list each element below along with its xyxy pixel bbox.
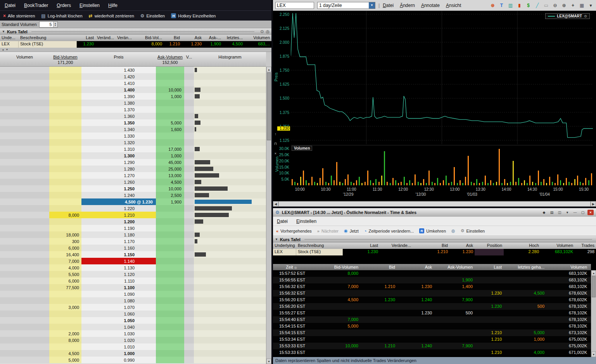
close-button[interactable]: × xyxy=(587,210,594,215)
legend-settings-icon[interactable]: ⚙ xyxy=(584,14,587,18)
col-verän[interactable]: Verän... xyxy=(115,35,133,41)
bid-volume-cell[interactable] xyxy=(49,93,81,100)
price-cell[interactable]: 1.380 xyxy=(81,100,156,106)
bid-volume-cell[interactable] xyxy=(49,166,81,172)
scroll-up-icon[interactable]: ▲ xyxy=(591,270,596,276)
ask-volume-cell[interactable] xyxy=(156,330,184,337)
ask-volume-cell[interactable] xyxy=(156,284,184,291)
price-cell[interactable]: 4,500 @ 1.230 xyxy=(81,198,156,205)
bid-volume-cell[interactable]: 5,500 xyxy=(49,271,81,278)
gear-icon[interactable]: ⚙ xyxy=(275,210,280,215)
price-cell[interactable]: 1.060 xyxy=(81,311,156,317)
scroll-down-icon[interactable]: ▼ xyxy=(591,352,596,357)
bid-volume-cell[interactable]: 4,000 xyxy=(49,264,81,271)
col-bid-vol[interactable]: Bid-Vol... xyxy=(133,35,164,41)
price-cell[interactable]: 1.250 xyxy=(81,185,156,192)
scroll-right-icon[interactable]: ▶ xyxy=(591,201,596,207)
bid-volume-cell[interactable] xyxy=(49,126,81,133)
ask-volume-cell[interactable] xyxy=(156,350,184,357)
ask-volume-cell[interactable] xyxy=(156,343,184,350)
toolbar-wiederholt-zentrieren[interactable]: ⇄wiederholt zentrieren xyxy=(89,14,134,18)
options-icon[interactable]: ◎ xyxy=(266,29,269,34)
price-cell[interactable]: 1.040 xyxy=(81,324,156,330)
bid-volume-cell[interactable] xyxy=(49,343,81,350)
tns-col-volumen[interactable]: Volumen xyxy=(548,264,591,270)
ladder-col-histogramm[interactable]: Histogramm xyxy=(194,55,266,59)
price-cell[interactable]: 1.340 xyxy=(81,126,156,133)
ask-volume-cell[interactable] xyxy=(156,212,184,218)
price-cell[interactable]: 1.140 xyxy=(81,258,156,264)
ask-volume-cell[interactable] xyxy=(156,304,184,311)
chart-hscrollbar[interactable]: ◀ ▶ xyxy=(273,201,596,207)
tns-toolbar-zeitperiode-verändern[interactable]: ◔Zeitperiode verändern... xyxy=(364,229,414,233)
ask-volume-cell[interactable]: 1,000 xyxy=(156,93,184,100)
toolbar-log-inhalt-löschen[interactable]: ▤Log-Inhalt löschen xyxy=(41,14,82,18)
tns-col-letztes-geha[interactable]: letztes geha... xyxy=(506,264,548,270)
tns-toolbar-umkehren[interactable]: RUmkehren xyxy=(419,228,446,233)
bid-volume-cell[interactable]: 6,000 xyxy=(49,278,81,284)
kurs-tafel-header[interactable]: ▼ Kurs Tafel ⊙◎ xyxy=(0,28,271,35)
tns-col-bid[interactable]: Bid xyxy=(362,264,399,270)
price-cell[interactable]: 1.110 xyxy=(81,278,156,284)
panel-splitter[interactable]: ▲ ▼ xyxy=(0,48,271,52)
price-cell[interactable]: 1.390 xyxy=(81,93,156,100)
bid-volume-cell[interactable]: 7,000 xyxy=(49,258,81,264)
price-cell[interactable]: 1.070 xyxy=(81,304,156,311)
eraser-icon[interactable]: ▭ xyxy=(543,2,549,9)
crosshair-icon[interactable]: ⊕ xyxy=(490,2,496,9)
minimize-button[interactable]: — xyxy=(572,210,578,215)
col-bid[interactable]: Bid xyxy=(413,243,449,249)
bid-volume-cell[interactable] xyxy=(49,67,81,73)
bid-volume-cell[interactable] xyxy=(49,113,81,119)
col-trades[interactable]: Trades xyxy=(575,243,596,249)
price-cell[interactable]: 1.350 xyxy=(81,119,156,126)
bid-volume-cell[interactable]: 3,000 xyxy=(49,304,81,311)
ask-volume-cell[interactable] xyxy=(156,100,184,106)
kurs-tafel-header[interactable]: ▼ Kurs Tafel xyxy=(273,236,596,243)
price-cell[interactable]: 1.080 xyxy=(81,297,156,304)
collapse-caret-icon[interactable]: ▼ xyxy=(2,30,5,33)
bid-volume-cell[interactable] xyxy=(49,106,81,113)
ask-volume-cell[interactable]: 13,000 xyxy=(156,172,184,179)
bid-volume-cell[interactable] xyxy=(49,172,81,179)
col-veränd[interactable]: Veränd... xyxy=(95,35,115,41)
tns-toolbar-vorhergehendes[interactable]: «Vorhergehendes xyxy=(276,229,312,233)
bid-volume-cell[interactable] xyxy=(49,185,81,192)
ask-volume-cell[interactable]: 17,000 xyxy=(156,146,184,152)
export-icon[interactable]: ◫ xyxy=(556,210,563,215)
bid-volume-cell[interactable] xyxy=(49,119,81,126)
bid-volume-cell[interactable] xyxy=(49,159,81,166)
more-dropdown-icon[interactable]: ▾ xyxy=(588,2,594,9)
price-cell[interactable]: 1.190 xyxy=(81,225,156,231)
price-cell[interactable]: 1.220 xyxy=(81,205,156,212)
bid-volume-cell[interactable] xyxy=(49,100,81,106)
ask-volume-cell[interactable] xyxy=(156,245,184,251)
scroll-up-icon[interactable]: ▲ xyxy=(266,67,271,72)
price-cell[interactable]: 1.170 xyxy=(81,238,156,245)
col-unde[interactable]: Unde... xyxy=(0,35,19,41)
tns-toolbar-nächster[interactable]: »Nächster xyxy=(317,229,339,233)
price-cell[interactable]: 1.210 xyxy=(81,212,156,218)
ask-volume-cell[interactable] xyxy=(156,73,184,80)
price-cell[interactable]: 1.050 xyxy=(81,317,156,324)
bid-volume-cell[interactable] xyxy=(49,311,81,317)
ask-volume-cell[interactable] xyxy=(156,205,184,212)
scrollbar-thumb[interactable] xyxy=(592,276,596,297)
bid-volume-cell[interactable] xyxy=(49,192,81,198)
tns-toolbar-globe[interactable]: ◍ xyxy=(451,228,455,233)
col-ask[interactable]: Ask xyxy=(181,35,203,41)
price-cell[interactable]: 1.270 xyxy=(81,172,156,179)
tns-toolbar-einstellen[interactable]: ⚙Einstellen xyxy=(461,228,485,233)
collapse-caret-icon[interactable]: ▼ xyxy=(275,238,278,241)
menu-hilfe[interactable]: Hilfe xyxy=(108,3,117,8)
tns-col-ask[interactable]: Ask xyxy=(399,264,436,270)
bid-volume-cell[interactable] xyxy=(49,291,81,297)
price-cell[interactable]: 1.120 xyxy=(81,271,156,278)
price-cell[interactable]: 1.430 xyxy=(81,67,156,73)
tns-col-zeit[interactable]: Zeit◎ xyxy=(273,264,314,270)
add-icon[interactable]: + xyxy=(570,2,576,9)
price-cell[interactable]: 1.200 xyxy=(81,218,156,225)
bid-volume-cell[interactable]: 300 xyxy=(49,238,81,245)
price-cell[interactable]: 1.180 xyxy=(81,231,156,238)
price-cell[interactable]: 1.100 xyxy=(81,284,156,291)
